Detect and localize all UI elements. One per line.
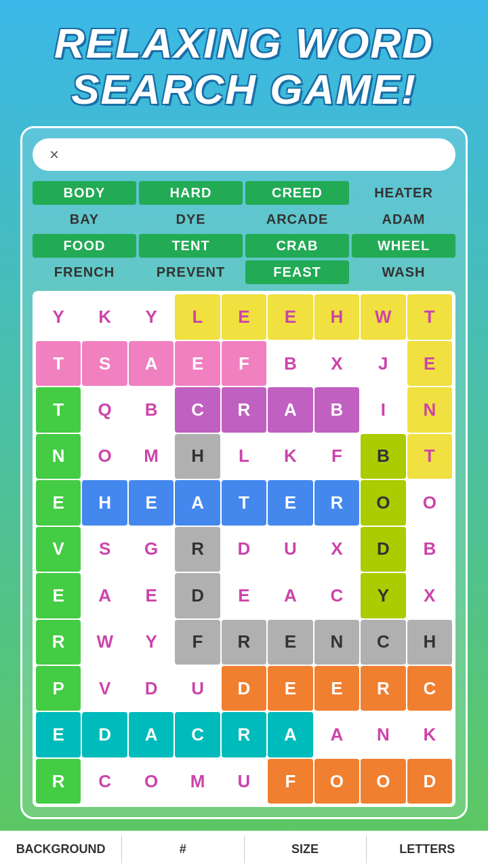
grid-cell[interactable]: O xyxy=(314,759,359,804)
grid-cell[interactable]: Y xyxy=(129,620,174,665)
grid-cell[interactable]: T xyxy=(222,480,266,525)
grid-cell[interactable]: L xyxy=(222,434,266,479)
grid-cell[interactable]: Y xyxy=(129,294,174,339)
grid-cell[interactable]: E xyxy=(129,573,174,618)
grid-cell[interactable]: K xyxy=(407,712,452,757)
grid-cell[interactable]: F xyxy=(222,341,266,386)
grid-cell[interactable]: E xyxy=(268,666,312,711)
grid-cell[interactable]: F xyxy=(268,759,312,804)
grid-cell[interactable]: T xyxy=(407,294,452,339)
grid-cell[interactable]: R xyxy=(222,712,266,757)
grid-cell[interactable]: E xyxy=(222,573,266,618)
grid-cell[interactable]: Y xyxy=(36,294,81,339)
grid-cell[interactable]: M xyxy=(175,759,220,804)
grid-cell[interactable]: W xyxy=(361,294,405,339)
grid-cell[interactable]: E xyxy=(222,294,266,339)
grid-cell[interactable]: R xyxy=(36,759,81,804)
grid-cell[interactable]: M xyxy=(129,434,174,479)
grid-cell[interactable]: O xyxy=(407,480,452,525)
grid-cell[interactable]: H xyxy=(314,294,359,339)
grid-cell[interactable]: D xyxy=(222,666,266,711)
grid-cell[interactable]: B xyxy=(129,387,174,432)
grid-cell[interactable]: A xyxy=(175,480,220,525)
grid-cell[interactable]: N xyxy=(36,434,81,479)
grid-cell[interactable]: I xyxy=(361,387,405,432)
grid-cell[interactable]: A xyxy=(268,387,312,432)
grid-cell[interactable]: L xyxy=(175,294,220,339)
grid-cell[interactable]: N xyxy=(314,620,359,665)
grid-cell[interactable]: R xyxy=(222,620,266,665)
grid-cell[interactable]: W xyxy=(82,620,127,665)
grid-cell[interactable]: D xyxy=(361,527,405,572)
grid-cell[interactable]: X xyxy=(314,341,359,386)
grid-cell[interactable]: R xyxy=(314,480,359,525)
grid-cell[interactable]: S xyxy=(82,341,127,386)
grid-cell[interactable]: S xyxy=(82,527,127,572)
grid-cell[interactable]: K xyxy=(82,294,127,339)
grid-cell[interactable]: H xyxy=(175,434,220,479)
bottom-bar-button[interactable]: BACKGROUND xyxy=(0,835,122,863)
grid-cell[interactable]: E xyxy=(36,480,81,525)
grid-cell[interactable]: D xyxy=(407,759,452,804)
grid-cell[interactable]: N xyxy=(361,712,405,757)
grid-cell[interactable]: O xyxy=(361,759,405,804)
grid-cell[interactable]: B xyxy=(268,341,312,386)
grid-cell[interactable]: J xyxy=(361,341,405,386)
grid-cell[interactable]: T xyxy=(407,434,452,479)
grid-cell[interactable]: A xyxy=(314,712,359,757)
grid-cell[interactable]: D xyxy=(175,573,220,618)
grid-cell[interactable]: X xyxy=(314,527,359,572)
grid-cell[interactable]: F xyxy=(175,620,220,665)
grid-cell[interactable]: A xyxy=(82,573,127,618)
grid-cell[interactable]: R xyxy=(222,387,266,432)
grid-cell[interactable]: E xyxy=(175,341,220,386)
grid-cell[interactable]: O xyxy=(82,434,127,479)
grid-cell[interactable]: A xyxy=(129,712,174,757)
grid-cell[interactable]: H xyxy=(82,480,127,525)
grid-cell[interactable]: E xyxy=(36,573,81,618)
grid-cell[interactable]: V xyxy=(82,666,127,711)
grid-cell[interactable]: A xyxy=(268,712,312,757)
grid-cell[interactable]: D xyxy=(82,712,127,757)
grid-cell[interactable]: X xyxy=(407,573,452,618)
grid-cell[interactable]: E xyxy=(268,620,312,665)
grid-cell[interactable]: T xyxy=(36,341,81,386)
grid-cell[interactable]: V xyxy=(36,527,81,572)
grid-cell[interactable]: H xyxy=(407,620,452,665)
grid-cell[interactable]: B xyxy=(314,387,359,432)
grid-cell[interactable]: Q xyxy=(82,387,127,432)
grid-cell[interactable]: C xyxy=(361,620,405,665)
grid-cell[interactable]: U xyxy=(222,759,266,804)
grid-cell[interactable]: F xyxy=(314,434,359,479)
grid-cell[interactable]: N xyxy=(407,387,452,432)
grid-cell[interactable]: A xyxy=(129,341,174,386)
grid-cell[interactable]: E xyxy=(36,712,81,757)
grid-cell[interactable]: E xyxy=(268,294,312,339)
grid-cell[interactable]: K xyxy=(268,434,312,479)
close-icon[interactable]: × xyxy=(49,145,59,164)
grid-cell[interactable]: C xyxy=(314,573,359,618)
grid-cell[interactable]: D xyxy=(222,527,266,572)
grid-cell[interactable]: E xyxy=(314,666,359,711)
grid-cell[interactable]: R xyxy=(361,666,405,711)
bottom-bar-button[interactable]: SIZE xyxy=(245,835,367,863)
grid-cell[interactable]: U xyxy=(175,666,220,711)
grid-cell[interactable]: P xyxy=(36,666,81,711)
grid-cell[interactable]: C xyxy=(407,666,452,711)
bottom-bar-button[interactable]: # xyxy=(122,835,244,863)
grid-cell[interactable]: A xyxy=(268,573,312,618)
grid-cell[interactable]: O xyxy=(361,480,405,525)
grid-cell[interactable]: B xyxy=(407,527,452,572)
grid-cell[interactable]: E xyxy=(268,480,312,525)
grid-cell[interactable]: O xyxy=(129,759,174,804)
grid-cell[interactable]: D xyxy=(129,666,174,711)
grid-cell[interactable]: G xyxy=(129,527,174,572)
grid-cell[interactable]: B xyxy=(361,434,405,479)
bottom-bar-button[interactable]: LETTERS xyxy=(367,835,488,863)
grid-cell[interactable]: R xyxy=(36,620,81,665)
grid-cell[interactable]: R xyxy=(175,527,220,572)
grid-cell[interactable]: E xyxy=(129,480,174,525)
grid-cell[interactable]: C xyxy=(175,387,220,432)
grid-cell[interactable]: T xyxy=(36,387,81,432)
grid-cell[interactable]: C xyxy=(82,759,127,804)
